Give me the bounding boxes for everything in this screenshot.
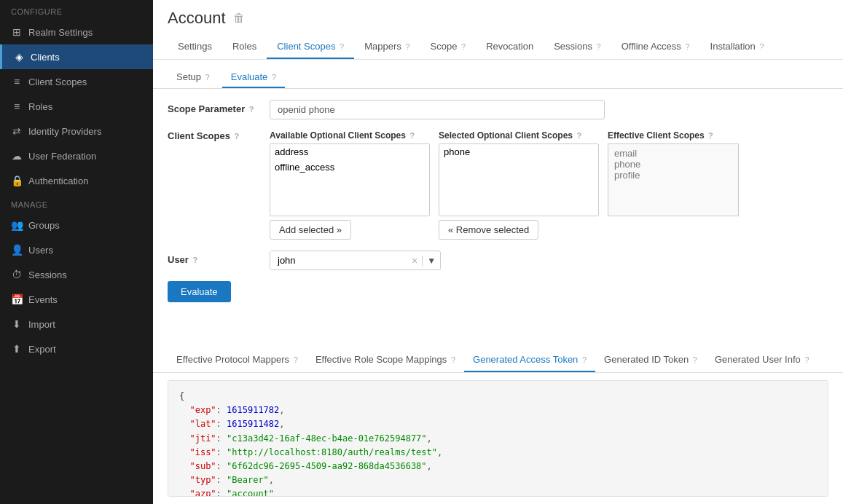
page-title: Account [168,9,226,28]
install-help-icon[interactable]: ? [759,42,764,51]
available-optional-label: Available Optional Client Scopes ? [270,130,430,141]
client-scopes-icon: ≡ [11,76,23,87]
evaluate-help-icon[interactable]: ? [272,73,276,82]
user-federation-icon: ☁ [11,150,23,162]
sidebar-item-label: Sessions [28,269,67,280]
protocol-help-icon[interactable]: ? [294,355,298,364]
manage-section-label: Manage [0,193,153,213]
sidebar-item-label: Roles [28,101,52,112]
offline-help-icon[interactable]: ? [685,42,689,51]
bottom-tab-user-info[interactable]: Generated User Info ? [706,348,818,372]
users-icon: 👤 [11,244,23,256]
tab-mappers[interactable]: Mappers ? [354,35,420,59]
sidebar-item-client-scopes[interactable]: ≡ Client Scopes [0,69,153,94]
user-info-help-icon[interactable]: ? [804,355,809,364]
sidebar-item-sessions[interactable]: ⏱ Sessions [0,262,153,287]
sidebar-item-clients[interactable]: ◈ Clients [0,44,153,69]
clear-user-icon[interactable]: × [407,255,422,267]
json-content: { "exp": 1615911782, "lat": 1615911482, … [168,380,828,497]
effective-help-icon[interactable]: ? [708,131,713,140]
tab-revocation[interactable]: Revocation [476,35,544,59]
tab-settings[interactable]: Settings [168,35,222,59]
sidebar-item-user-federation[interactable]: ☁ User Federation [0,143,153,168]
sidebar-item-label: Client Scopes [28,76,87,87]
sub-tab-evaluate[interactable]: Evaluate ? [222,67,285,88]
bottom-tab-protocol-mappers[interactable]: Effective Protocol Mappers ? [168,348,307,372]
evaluate-button-row: Evaluate [168,281,828,302]
effective-col: Effective Client Scopes ? email phone pr… [608,130,739,216]
sidebar-item-identity-providers[interactable]: ⇄ Identity Providers [0,119,153,143]
groups-icon: 👥 [11,219,23,231]
bottom-tab-generated-id[interactable]: Generated ID Token ? [595,348,706,372]
scope-help-icon[interactable]: ? [461,42,466,51]
id-token-help-icon[interactable]: ? [693,355,697,364]
dropdown-icon[interactable]: ▼ [422,256,440,266]
list-item: phone [614,159,732,170]
sidebar-item-roles[interactable]: ≡ Roles [0,94,153,119]
list-item[interactable]: offline_access [270,160,429,175]
list-item[interactable]: phone [439,144,598,160]
sessions-help-icon[interactable]: ? [597,42,601,51]
clients-icon: ◈ [13,51,25,63]
tab-offline-access[interactable]: Offline Access ? [611,35,700,59]
sub-tab-setup[interactable]: Setup ? [168,67,219,88]
bottom-tab-role-scope[interactable]: Effective Role Scope Mappings ? [307,348,464,372]
sidebar-item-label: Identity Providers [28,126,101,137]
authentication-icon: 🔒 [11,175,23,186]
available-optional-list[interactable]: address offline_access [270,143,430,216]
scope-parameter-label: Scope Parameter ? [168,100,262,114]
selected-help-icon[interactable]: ? [576,131,581,140]
configure-section-label: Configure [0,0,153,20]
main-content: Account 🗑 Settings Roles Client Scopes ?… [153,0,843,504]
user-row: User ? × ▼ [168,251,828,270]
user-input[interactable] [270,251,407,269]
sidebar-item-label: Clients [31,52,60,63]
client-scopes-field-help-icon[interactable]: ? [235,132,240,141]
tab-roles[interactable]: Roles [222,35,267,59]
bottom-tab-generated-access[interactable]: Generated Access Token ? [464,348,595,372]
sidebar-item-export[interactable]: ⬆ Export [0,336,153,361]
list-item[interactable]: address [270,144,429,160]
sidebar-item-label: User Federation [28,151,96,162]
mappers-help-icon[interactable]: ? [405,42,409,51]
role-scope-help-icon[interactable]: ? [451,355,455,364]
user-help-icon[interactable]: ? [193,256,198,264]
effective-label: Effective Client Scopes ? [608,130,739,141]
selected-optional-label: Selected Optional Client Scopes ? [439,130,599,141]
evaluate-button[interactable]: Evaluate [168,281,231,302]
sidebar-item-events[interactable]: 📅 Events [0,287,153,312]
sidebar-item-users[interactable]: 👤 Users [0,237,153,262]
available-help-icon[interactable]: ? [409,131,415,140]
remove-selected-button[interactable]: « Remove selected [439,220,538,240]
sidebar-item-label: Groups [28,220,60,231]
sidebar-item-label: Authentication [28,176,88,186]
sidebar-item-authentication[interactable]: 🔒 Authentication [0,168,153,193]
events-icon: 📅 [11,294,23,305]
evaluate-content: Scope Parameter ? Client Scopes ? Availa… [153,89,843,348]
import-icon: ⬇ [11,318,23,330]
user-input-wrap: × ▼ [270,251,441,270]
scope-parameter-input[interactable] [270,100,605,119]
delete-icon[interactable]: 🗑 [233,12,245,25]
scope-param-help-icon[interactable]: ? [249,105,254,114]
client-scopes-help-icon[interactable]: ? [340,42,344,51]
tab-sessions[interactable]: Sessions ? [544,35,611,59]
tab-scope[interactable]: Scope ? [420,35,477,59]
bottom-tabs: Effective Protocol Mappers ? Effective R… [153,348,843,373]
setup-help-icon[interactable]: ? [205,73,210,82]
realm-settings-icon: ⊞ [11,26,23,38]
sidebar-item-groups[interactable]: 👥 Groups [0,213,153,237]
sessions-icon: ⏱ [11,269,23,280]
tab-client-scopes[interactable]: Client Scopes ? [267,35,354,59]
tab-installation[interactable]: Installation ? [700,35,775,59]
selected-optional-list[interactable]: phone [439,143,599,216]
sidebar-item-import[interactable]: ⬇ Import [0,312,153,336]
main-tabs: Settings Roles Client Scopes ? Mappers ?… [168,35,828,59]
access-token-help-icon[interactable]: ? [582,355,587,364]
identity-providers-icon: ⇄ [11,125,23,137]
add-selected-button[interactable]: Add selected » [270,220,351,240]
page-header: Account 🗑 Settings Roles Client Scopes ?… [153,0,843,60]
sidebar-item-realm-settings[interactable]: ⊞ Realm Settings [0,20,153,44]
scope-parameter-row: Scope Parameter ? [168,100,828,119]
sub-tabs: Setup ? Evaluate ? [153,60,843,89]
